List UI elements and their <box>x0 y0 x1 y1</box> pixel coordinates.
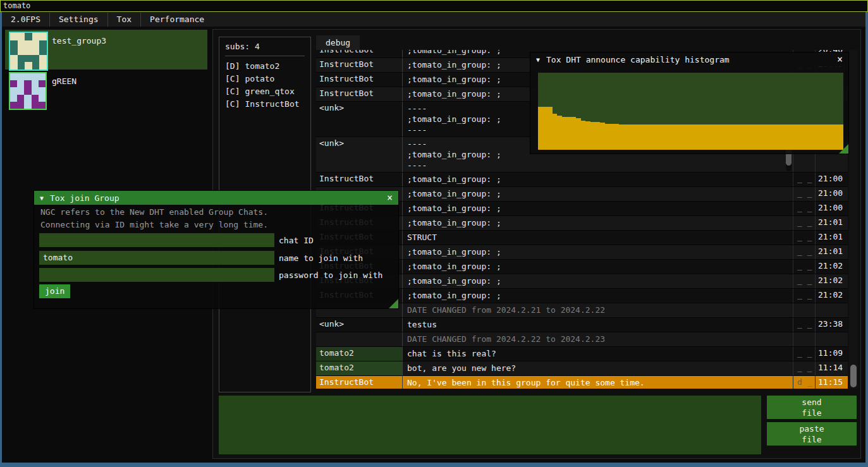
message-text: DATE CHANGED from 2024.2.21 to 2024.2.22 <box>403 303 793 317</box>
sender-name <box>316 332 403 346</box>
menu-item-settings[interactable]: Settings <box>50 13 107 27</box>
join-name-field[interactable]: tomato <box>39 251 274 265</box>
message-input[interactable] <box>219 396 761 454</box>
histogram-bar <box>762 124 767 150</box>
histogram-bar <box>753 124 758 150</box>
histogram-bar <box>719 124 724 150</box>
menu-item-performance[interactable]: Performance <box>141 13 213 27</box>
window-title: tomato <box>3 1 30 10</box>
message-text: ;tomato_in_group: ; <box>403 202 793 215</box>
timestamp: 21:00 <box>816 187 847 201</box>
join-password-field[interactable] <box>39 268 274 282</box>
resize-grip[interactable] <box>839 144 848 154</box>
menu-item-tox[interactable]: Tox <box>108 13 140 27</box>
message-text: STRUCT <box>403 231 793 245</box>
peer-item[interactable]: [C]InstructBot <box>225 98 305 111</box>
timestamp: 11:14 <box>816 361 847 375</box>
timestamp: 23:38 <box>816 318 847 332</box>
message-text: ;tomato_in_group: ; <box>403 274 793 288</box>
chat-message-row[interactable]: tomato2bot, are you new here?_ _11:14 <box>316 361 848 376</box>
histogram-bar <box>786 124 791 150</box>
menubar: 2.0FPS Settings Tox Performance <box>2 13 865 27</box>
chat-message-row[interactable]: InstructBotNo, I've been in this group f… <box>316 376 848 389</box>
peer-item[interactable]: [C]potato <box>225 73 305 85</box>
histogram-bar <box>614 124 620 150</box>
delivery-flags: _ _ <box>793 245 816 259</box>
histogram-bar <box>576 118 581 150</box>
sidebar-item-test-group3[interactable]: test_group3 <box>5 30 207 70</box>
close-icon[interactable]: × <box>381 192 398 203</box>
send-file-button[interactable]: send file <box>767 396 857 419</box>
histogram-bar <box>733 124 738 150</box>
timestamp: 21:01 <box>816 216 847 230</box>
chat-scrollbar[interactable] <box>849 50 858 389</box>
chat-message-row[interactable]: tomato2chat is this real?_ _11:09 <box>316 347 848 361</box>
histogram-bar <box>638 124 643 150</box>
peer-name: green_qtox <box>245 87 294 96</box>
join-info-line: NGC refers to the New DHT enabled Group … <box>40 207 268 217</box>
histogram-bar <box>691 124 696 150</box>
sidebar-item-green[interactable]: gREEN <box>5 71 207 109</box>
histogram-bar <box>652 124 657 150</box>
histogram-bar <box>605 124 610 150</box>
join-group-window: ▼ Tox join Group × NGC refers to the New… <box>34 190 399 309</box>
histogram-bar <box>748 124 753 150</box>
peer-name: InstructBot <box>245 99 299 109</box>
message-text: ;tomato_in_group: ; <box>403 289 793 303</box>
close-icon[interactable]: × <box>831 54 848 65</box>
histogram-bar <box>834 124 839 150</box>
peer-name: potato <box>245 74 274 83</box>
timestamp <box>816 332 847 346</box>
peer-item[interactable]: [C]green_qtox <box>225 85 305 98</box>
collapse-arrow-icon[interactable]: ▼ <box>40 195 44 202</box>
dht-histogram-title: Tox DHT announce capability histogram <box>546 55 831 64</box>
chat-id-label: chat ID <box>279 236 314 245</box>
join-button[interactable]: join <box>39 284 70 298</box>
histogram-bar <box>724 124 729 150</box>
histogram-bar <box>628 124 633 150</box>
delivery-flags: _ _ <box>793 231 816 245</box>
sender-name: <unk> <box>316 137 403 172</box>
histogram-bar <box>738 124 743 150</box>
paste-file-button[interactable]: paste file <box>767 422 857 446</box>
histogram-bar <box>681 124 686 150</box>
histogram-bar <box>819 124 824 150</box>
tab-debug[interactable]: debug <box>316 35 360 50</box>
timestamp: 21:02 <box>816 289 847 303</box>
chat-message-row[interactable]: <unk>testus_ _23:38 <box>316 318 848 332</box>
peer-item[interactable]: [D]tomato2 <box>225 60 305 73</box>
join-group-title: Tox join Group <box>50 193 381 203</box>
resize-grip[interactable] <box>389 299 398 308</box>
join-password-label: password to join with <box>279 270 382 280</box>
timestamp: 11:09 <box>816 347 847 361</box>
histogram-bar <box>648 124 653 150</box>
group-avatar <box>9 32 48 71</box>
histogram-bar <box>667 124 672 150</box>
chat-message-row[interactable]: InstructBot;tomato_in_group: ;_ _21:00 <box>316 173 848 187</box>
histogram-bar <box>796 124 801 150</box>
message-text: ;tomato_in_group: ; <box>403 173 793 186</box>
histogram-bar <box>566 117 572 150</box>
chat-scrollbar-thumb[interactable] <box>850 365 857 387</box>
histogram-bar <box>557 116 562 150</box>
histogram-bar <box>553 114 558 150</box>
histogram-bar <box>633 124 639 150</box>
join-info-line: Connecting via ID might take a very long… <box>40 220 268 229</box>
message-text: No, I've been in this group for quite so… <box>403 376 793 389</box>
tabbar: debug <box>316 35 360 50</box>
histogram-bar <box>600 123 605 150</box>
window-titlebar[interactable]: tomato <box>0 0 868 12</box>
histogram-plot <box>538 73 843 150</box>
delivery-flags: _ _ <box>793 289 816 303</box>
histogram-bar <box>729 124 734 150</box>
histogram-bar <box>619 124 624 150</box>
histogram-bar <box>700 124 706 150</box>
delivery-flags: _ _ <box>793 202 816 215</box>
dht-histogram-titlebar[interactable]: ▼ Tox DHT announce capability histogram … <box>530 52 848 66</box>
group-avatar <box>9 72 47 110</box>
histogram-bar <box>596 122 601 150</box>
date-change-row[interactable]: DATE CHANGED from 2024.2.22 to 2024.2.23 <box>316 332 848 347</box>
collapse-arrow-icon[interactable]: ▼ <box>536 56 540 63</box>
join-group-titlebar[interactable]: ▼ Tox join Group × <box>34 191 398 205</box>
chat-id-field[interactable] <box>39 233 274 247</box>
